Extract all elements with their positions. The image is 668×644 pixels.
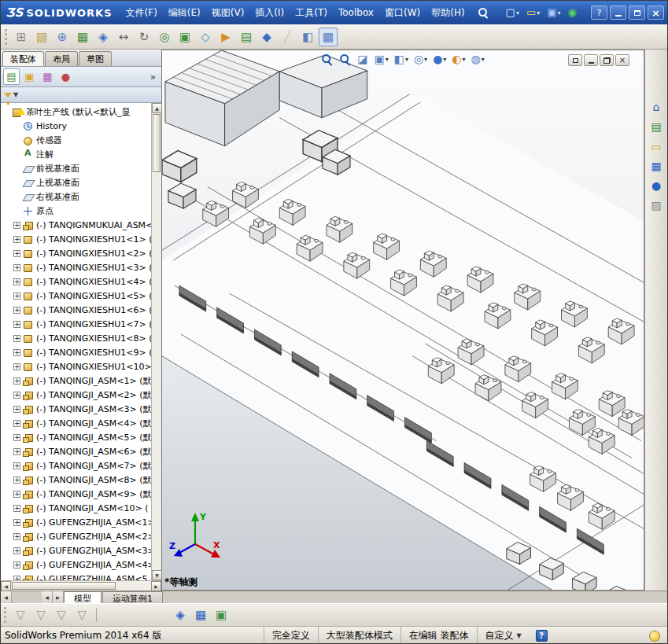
reference-geometry-icon[interactable]: ◇ (196, 28, 215, 46)
tree-item[interactable]: (-) TANQINGJI_ASM<3> (默 (1, 402, 151, 416)
tree-item[interactable]: (-) TANQINGJI_ASM<7> (默 (1, 458, 151, 473)
tree-expander[interactable] (13, 448, 20, 455)
tree-item[interactable]: (-) TANQINGXIESHU1<9> ( (1, 345, 151, 359)
panel-tab[interactable]: 布局 (45, 51, 78, 66)
tree-item[interactable]: (-) TANQINGXIESHU1<3> ( (1, 260, 151, 274)
insert-components-icon[interactable]: ⊞ (12, 28, 31, 46)
tree-item[interactable]: History (1, 119, 151, 133)
tree-expander[interactable] (13, 250, 20, 257)
tree-item[interactable]: 茶叶生产线 (默认<默认_显 (1, 105, 151, 119)
tree-expander[interactable] (13, 222, 20, 229)
section-view-icon[interactable]: ◪ (356, 52, 370, 67)
tree-item[interactable]: 前视基准面 (1, 161, 151, 175)
menu-item[interactable]: 帮助(H) (426, 4, 470, 22)
tree-item[interactable]: 上视基准面 (1, 175, 151, 190)
new-motion-study-icon[interactable]: ▶ (216, 28, 235, 46)
tree-item[interactable]: 原点 (1, 204, 151, 218)
tree-expander[interactable] (13, 363, 20, 370)
scrollbar-thumb[interactable] (153, 114, 161, 172)
graphics-viewport[interactable]: ◪ ▣ ▾ ◧ ▾ ◎ ▾ (162, 50, 644, 591)
interference-detection-icon[interactable]: ◧ (298, 28, 317, 46)
tree-expander[interactable] (13, 236, 20, 243)
doc-tab[interactable]: 运动算例1 (102, 591, 163, 603)
smart-fasteners-icon[interactable]: ◈ (94, 28, 113, 46)
menu-item[interactable]: 编辑(E) (163, 4, 206, 22)
tree-expander[interactable] (13, 533, 20, 540)
panel-tab[interactable]: 装配体 (2, 51, 44, 66)
panel-overflow-chevron-icon[interactable]: » (150, 72, 159, 83)
tree-item[interactable]: (-) TANQINGJI_ASM<6> (默 (1, 444, 151, 458)
tree-item[interactable]: 传感器 (1, 133, 151, 147)
tree-expander[interactable] (13, 477, 20, 484)
tree-item[interactable]: (-) TANQINGJI_ASM<9> (默 (1, 487, 151, 501)
linear-component-pattern-icon[interactable]: ▦ (73, 28, 92, 46)
tree-item[interactable]: (-) TANQINGXIESHU1<6> ( (1, 303, 151, 317)
tree-expander[interactable] (13, 491, 20, 498)
doc-minimize-button[interactable] (584, 54, 598, 66)
tree-expander[interactable] (13, 278, 20, 285)
display-style-icon[interactable]: ◧ ▾ (393, 52, 410, 67)
tree-item[interactable]: 右视基准面 (1, 190, 151, 204)
help-button[interactable]: ? (591, 6, 607, 20)
mate-icon[interactable]: ⊕ (53, 28, 72, 46)
assembly-settings-icon[interactable]: ▩ (319, 28, 338, 46)
tree-expander[interactable] (13, 561, 20, 569)
doc-close-button[interactable]: × (615, 54, 629, 66)
zoom-to-fit-icon[interactable] (319, 52, 335, 67)
hide-show-items-icon[interactable]: ◎ ▾ (412, 52, 429, 67)
tree-expander[interactable] (13, 420, 20, 427)
assembly-visualization-icon[interactable]: ◈ (171, 605, 190, 624)
filter-edit-icon[interactable]: ▽ (72, 605, 91, 624)
tree-expander[interactable] (13, 392, 20, 399)
new-document-icon[interactable]: ▢ ▾ (504, 6, 522, 20)
performance-evaluation-icon[interactable]: ▦ (191, 605, 210, 624)
scroll-up-button[interactable]: ▲ (152, 103, 162, 113)
quick-tips-icon[interactable] (649, 631, 660, 642)
scrollbar-thumb[interactable] (12, 582, 116, 590)
propertymanager-icon[interactable]: ▣ (21, 68, 38, 85)
panel-tab[interactable]: 草图 (79, 51, 112, 66)
custom-dropdown[interactable]: 自定义 ▼ (477, 627, 530, 644)
tree-expander[interactable] (13, 547, 20, 554)
tree-expander[interactable] (13, 434, 20, 441)
tree-expander[interactable] (13, 462, 20, 469)
tree-expander[interactable] (13, 349, 20, 356)
assembly-features-icon[interactable]: ▣ (175, 28, 194, 46)
tree-item[interactable]: (-) TANQINGXIESHU1<10> (1, 359, 151, 374)
move-component-icon[interactable]: ↔ (114, 28, 133, 46)
tree-expander[interactable] (13, 377, 20, 385)
filter-components-icon[interactable]: ▽ (52, 605, 71, 624)
apply-scene-icon[interactable]: ◐ ▾ (450, 52, 467, 67)
3d-assembly-scene[interactable] (162, 50, 644, 590)
solidworks-resources-icon[interactable]: ⌂ (648, 98, 665, 116)
status-help-icon[interactable]: ? (536, 630, 548, 642)
tree-item[interactable]: (-) TANQINGJI_ASM<8> (默 (1, 473, 151, 487)
tree-horizontal-scrollbar[interactable]: ◀ ▶ (1, 580, 161, 591)
show-hidden-components-icon[interactable]: ◎ (155, 28, 174, 46)
design-library-icon[interactable]: ▤ (648, 118, 665, 135)
appearances-scenes-icon[interactable]: ● (648, 177, 665, 194)
tree-item[interactable]: (-) TANQINGXIESHU1<1> ( (1, 232, 151, 246)
save-icon[interactable]: ▣ ▾ (544, 6, 563, 20)
configurationmanager-icon[interactable]: ▦ (39, 68, 56, 85)
doc-tab[interactable]: 模型 (64, 591, 101, 603)
featuremanager-tree-icon[interactable]: ▤ (3, 68, 20, 85)
close-button[interactable]: × (648, 6, 664, 20)
tree-item[interactable]: (-) TANQINGXIESHU1<7> ( (1, 317, 151, 331)
tree-item[interactable]: (-) GUFENGZHIJIA_ASM<1> (1, 515, 151, 529)
filter-caret-icon[interactable]: ▼ (13, 91, 18, 98)
filter-tree-items-icon[interactable]: ▽ (11, 605, 30, 624)
maximize-button[interactable] (629, 6, 645, 20)
menu-item[interactable]: 文件(F) (120, 4, 163, 22)
tree-item[interactable]: (-) TANQINGXIESHU1<2> ( (1, 246, 151, 260)
tree-item[interactable]: (-) TANQIGNMUKUAI_ASM<1 (1, 218, 151, 232)
doc-restore-button[interactable] (600, 54, 614, 66)
view-orientation-icon[interactable]: ▣ ▾ (372, 52, 389, 67)
filter-hide-types-icon[interactable]: ▽ (31, 605, 50, 624)
file-explorer-icon[interactable]: ▭ (648, 138, 665, 155)
scroll-down-button[interactable]: ▼ (152, 570, 162, 580)
tree-filter-bar[interactable]: ▼ (1, 87, 161, 103)
tree-item[interactable]: (-) GUFENGZHIJIA_ASM<5 (1, 572, 151, 580)
displaymanager-icon[interactable]: ● (57, 68, 74, 85)
tab-scroll-right-button[interactable]: ▶ (53, 591, 64, 603)
